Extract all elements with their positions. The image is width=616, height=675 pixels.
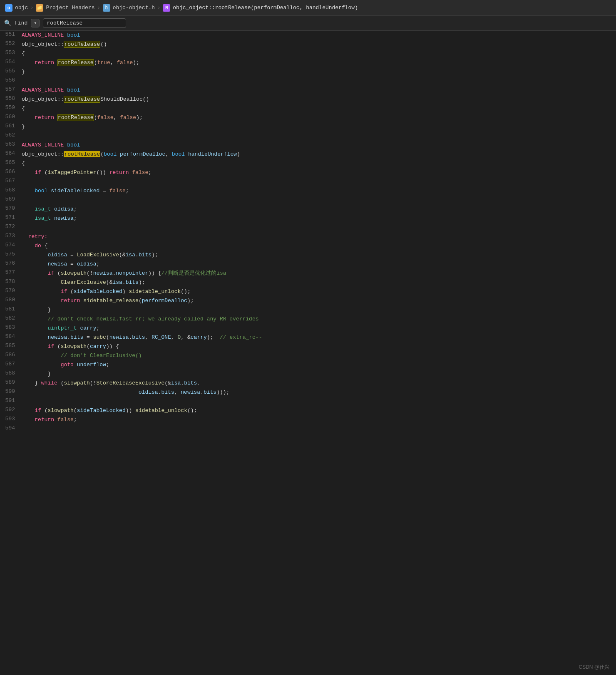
- line-num-560: 560: [0, 113, 22, 120]
- search-bar: 🔍 Find ▾: [0, 16, 616, 31]
- code-line-581: 581 }: [0, 305, 616, 315]
- line-content-582: // don't check newisa.fast_rr; we alread…: [22, 315, 616, 324]
- line-num-563: 563: [0, 141, 22, 147]
- line-content-569: [22, 196, 616, 205]
- search-input[interactable]: [43, 18, 126, 28]
- line-content-580: return sidetable_release(performDealloc)…: [22, 296, 616, 305]
- separator-2: ›: [97, 5, 100, 11]
- code-line-565: 565 {: [0, 159, 616, 168]
- line-content-594: [22, 424, 616, 434]
- line-num-569: 569: [0, 196, 22, 202]
- line-num-583: 583: [0, 324, 22, 330]
- line-content-559: {: [22, 104, 616, 113]
- line-num-559: 559: [0, 104, 22, 111]
- search-match-554: rootRelease: [57, 59, 94, 66]
- search-match-558a: rootRelease: [64, 96, 100, 103]
- line-content-589: } while (slowpath(!StoreReleaseExclusive…: [22, 379, 616, 388]
- code-line-578: 578 ClearExclusive(&isa.bits);: [0, 278, 616, 287]
- line-content-551: ALWAYS_INLINE bool: [22, 31, 616, 40]
- line-content-564: objc_object::rootRelease(bool performDea…: [22, 150, 616, 159]
- line-num-567: 567: [0, 177, 22, 184]
- search-match-560: rootRelease: [57, 114, 94, 121]
- code-line-564: 564 objc_object::rootRelease(bool perfor…: [0, 150, 616, 159]
- folder-icon: 📁: [36, 4, 43, 12]
- code-area: 551 ALWAYS_INLINE bool 552 objc_object::…: [0, 31, 616, 434]
- breadcrumb-objc-label: objc: [15, 5, 28, 11]
- code-line-555: 555 }: [0, 67, 616, 77]
- line-num-589: 589: [0, 379, 22, 385]
- line-num-592: 592: [0, 406, 22, 413]
- code-line-593: 593 return false;: [0, 415, 616, 424]
- code-line-563: 563 ALWAYS_INLINE bool: [0, 141, 616, 150]
- line-num-580: 580: [0, 296, 22, 303]
- line-num-588: 588: [0, 370, 22, 376]
- code-line-579: 579 if (sideTableLocked) sidetable_unloc…: [0, 287, 616, 296]
- line-content-552: objc_object::rootRelease(): [22, 40, 616, 49]
- line-content-561: }: [22, 122, 616, 132]
- line-content-590: oldisa.bits, newisa.bits)));: [22, 388, 616, 397]
- breadcrumb-project-headers[interactable]: 📁 Project Headers: [36, 4, 94, 12]
- breadcrumb-method-label: objc_object::rootRelease(performDealloc,…: [173, 5, 358, 11]
- line-num-551: 551: [0, 31, 22, 37]
- line-num-553: 553: [0, 49, 22, 56]
- line-num-557: 557: [0, 86, 22, 92]
- line-content-579: if (sideTableLocked) sidetable_unlock();: [22, 287, 616, 296]
- code-line-560: 560 return rootRelease(false, false);: [0, 113, 616, 122]
- line-num-558: 558: [0, 95, 22, 102]
- separator-1: ›: [30, 5, 33, 11]
- code-line-558: 558 objc_object::rootReleaseShouldDeallo…: [0, 95, 616, 104]
- h-file-icon: h: [103, 4, 110, 12]
- line-content-556: [22, 77, 616, 86]
- line-num-566: 566: [0, 168, 22, 175]
- code-line-569: 569: [0, 196, 616, 205]
- line-content-578: ClearExclusive(&isa.bits);: [22, 278, 616, 287]
- line-num-562: 562: [0, 132, 22, 138]
- line-content-577: if (slowpath(!newisa.nonpointer)) {//判断是…: [22, 269, 616, 278]
- line-num-577: 577: [0, 269, 22, 275]
- line-num-586: 586: [0, 351, 22, 358]
- line-num-556: 556: [0, 77, 22, 83]
- line-content-573: retry:: [22, 232, 616, 241]
- code-line-566: 566 if (isTaggedPointer()) return false;: [0, 168, 616, 177]
- line-content-557: ALWAYS_INLINE bool: [22, 86, 616, 95]
- line-num-582: 582: [0, 315, 22, 321]
- line-content-562: [22, 132, 616, 141]
- find-dropdown[interactable]: ▾: [31, 19, 40, 27]
- line-num-585: 585: [0, 342, 22, 349]
- line-content-568: bool sideTableLocked = false;: [22, 186, 616, 196]
- breadcrumb-file-h-label: objc-object.h: [113, 5, 155, 11]
- line-content-576: newisa = oldisa;: [22, 260, 616, 269]
- code-line-559: 559 {: [0, 104, 616, 113]
- line-content-584: newisa.bits = subc(newisa.bits, RC_ONE, …: [22, 333, 616, 342]
- find-dropdown-label: ▾: [34, 20, 37, 26]
- code-line-557: 557 ALWAYS_INLINE bool: [0, 86, 616, 95]
- line-num-587: 587: [0, 360, 22, 367]
- line-content-575: oldisa = LoadExclusive(&isa.bits);: [22, 251, 616, 260]
- code-line-552: 552 objc_object::rootRelease(): [0, 40, 616, 49]
- code-line-585: 585 if (slowpath(carry)) {: [0, 342, 616, 351]
- code-line-580: 580 return sidetable_release(performDeal…: [0, 296, 616, 305]
- line-content-566: if (isTaggedPointer()) return false;: [22, 168, 616, 177]
- line-num-571: 571: [0, 214, 22, 221]
- line-content-592: if (slowpath(sideTableLocked)) sidetable…: [22, 406, 616, 415]
- code-line-590: 590 oldisa.bits, newisa.bits)));: [0, 388, 616, 397]
- line-content-572: [22, 223, 616, 232]
- line-num-561: 561: [0, 122, 22, 129]
- line-content-583: uintptr_t carry;: [22, 324, 616, 333]
- line-content-553: {: [22, 49, 616, 58]
- code-line-576: 576 newisa = oldisa;: [0, 260, 616, 269]
- line-num-578: 578: [0, 278, 22, 285]
- line-content-586: // don't ClearExclusive(): [22, 351, 616, 360]
- code-line-588: 588 }: [0, 370, 616, 379]
- code-line-570: 570 isa_t oldisa;: [0, 205, 616, 214]
- line-content-558: objc_object::rootReleaseShouldDealloc(): [22, 95, 616, 104]
- line-num-594: 594: [0, 424, 22, 431]
- breadcrumb-objc[interactable]: o objc: [5, 4, 28, 12]
- breadcrumb-method[interactable]: M objc_object::rootRelease(performDeallo…: [163, 4, 358, 12]
- line-content-555: }: [22, 67, 616, 77]
- code-line-577: 577 if (slowpath(!newisa.nonpointer)) {/…: [0, 269, 616, 278]
- line-content-593: return false;: [22, 415, 616, 424]
- line-content-570: isa_t oldisa;: [22, 205, 616, 214]
- line-content-574: do {: [22, 241, 616, 251]
- breadcrumb-file-h[interactable]: h objc-object.h: [103, 4, 155, 12]
